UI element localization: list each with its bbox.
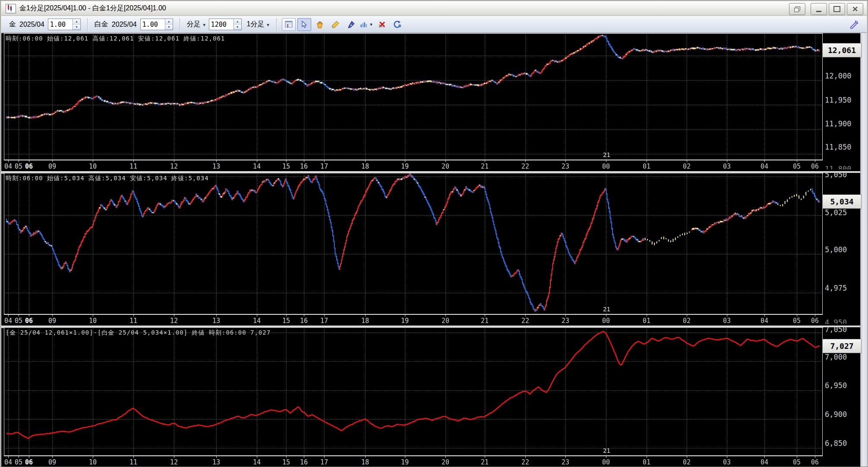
- hand-tool-button[interactable]: [313, 18, 327, 31]
- fountain-pen-icon: [347, 20, 355, 29]
- cursor-tool-button[interactable]: [297, 18, 311, 31]
- platinum-multiplier-spinner[interactable]: ▲▼: [140, 19, 173, 30]
- axis-tick: [52, 160, 53, 162]
- chart-area: 時刻:06:00 始値:12,061 高値:12,061 安値:12,061 終…: [1, 33, 862, 467]
- hand-icon: [316, 20, 324, 29]
- axis-hour-label: 16: [300, 458, 308, 466]
- spin-up-icon[interactable]: ▲: [234, 19, 241, 25]
- svg-text:R: R: [398, 24, 401, 28]
- axis-hour-label: 00: [602, 317, 610, 325]
- minimize-button[interactable]: [811, 3, 827, 15]
- axis-hour-label: 06: [811, 317, 819, 325]
- axis-tick: [405, 456, 405, 458]
- axis-hour-label: 17: [320, 163, 328, 170]
- axis-hour-label: 10: [89, 163, 97, 170]
- bar-count-spinner-arrows[interactable]: ▲▼: [234, 19, 241, 30]
- spin-up-icon[interactable]: ▲: [73, 19, 80, 25]
- axis-tick: [29, 160, 29, 162]
- panel-info-text-1: 時刻:06:00 始値:5,034 高値:5,034 安値:5,034 終値:5…: [6, 175, 209, 182]
- date-change-label: 21: [603, 151, 610, 158]
- axis-hour-label: 06: [25, 317, 33, 325]
- axis-hour-label: 14: [253, 317, 261, 325]
- axis-hour-label: 15: [282, 458, 290, 466]
- axis-tick: [797, 315, 797, 317]
- axis-hour-label: 16: [300, 163, 308, 170]
- axis-tick: [8, 160, 9, 162]
- settings-button[interactable]: [848, 19, 861, 31]
- interval-dropdown[interactable]: 1分足▼: [247, 20, 270, 29]
- axis-tick: [764, 456, 765, 458]
- axis-hour-label: 00: [602, 163, 610, 170]
- axis-hour-label: 23: [562, 317, 569, 325]
- reload-button[interactable]: R: [391, 18, 404, 31]
- axis-hour-label: 04: [4, 458, 12, 466]
- axis-tick: [93, 456, 93, 458]
- axis-hour-label: 01: [643, 317, 650, 325]
- remove-indicator-button[interactable]: [375, 18, 389, 31]
- axis-hour-label: 03: [723, 458, 731, 466]
- axis-tick: [324, 315, 325, 317]
- plot-panel-2[interactable]: [4, 327, 823, 456]
- gold-multiplier-spinner[interactable]: ▲▼: [48, 19, 81, 30]
- app-icon: [6, 4, 16, 13]
- chart-type-button[interactable]: ▼: [360, 18, 373, 31]
- axis-tick: [286, 456, 287, 458]
- axis-tick: [485, 315, 485, 317]
- axis-hour-label: 22: [521, 458, 529, 466]
- axis-tick: [727, 315, 727, 317]
- plot-panel-1[interactable]: [4, 173, 823, 314]
- close-button[interactable]: ✕: [847, 3, 863, 15]
- axis-hour-label: 17: [320, 458, 328, 466]
- price-board-button[interactable]: [282, 18, 296, 31]
- axis-hour-label: 20: [442, 163, 449, 170]
- float-window-button[interactable]: [789, 3, 805, 15]
- bar-count-input[interactable]: [209, 19, 234, 30]
- axis-hour-label: 14: [253, 163, 261, 170]
- axis-hour-label: 01: [643, 458, 650, 466]
- price-scale-label: 6,900: [825, 410, 847, 419]
- bar-chart-icon: [360, 20, 367, 29]
- plot-panel-0[interactable]: [4, 33, 823, 160]
- axis-tick: [304, 315, 304, 317]
- current-price-badge: 5,034: [822, 194, 862, 209]
- axis-hour-label: 05: [15, 458, 22, 466]
- platinum-symbol-label: 白金: [95, 20, 108, 29]
- axis-hour-label: 22: [521, 163, 529, 170]
- platinum-spinner-arrows[interactable]: ▲▼: [165, 19, 173, 30]
- axis-hour-label: 12: [170, 317, 178, 325]
- spin-up-icon[interactable]: ▲: [165, 19, 173, 25]
- axis-tick: [485, 456, 485, 458]
- axis-tick: [815, 456, 815, 458]
- current-price-badge: 7,027: [822, 339, 862, 353]
- price-scale-label: 11,800: [825, 165, 851, 169]
- maximize-button[interactable]: [829, 3, 845, 15]
- axis-hour-label: 05: [793, 458, 801, 466]
- axis-tick: [174, 160, 174, 162]
- axis-hour-label: 06: [25, 458, 33, 466]
- layered-window-icon: [794, 6, 800, 12]
- current-price-badge: 12,061: [822, 43, 862, 57]
- axis-hour-label: 23: [562, 458, 569, 466]
- pencil-tool-button[interactable]: [328, 18, 342, 31]
- toolbar-separator: [276, 18, 277, 31]
- pencil-icon: [331, 20, 340, 29]
- axis-tick: [525, 456, 526, 458]
- gold-spinner-arrows[interactable]: ▲▼: [73, 19, 80, 30]
- gold-multiplier-input[interactable]: [48, 19, 73, 30]
- spin-down-icon[interactable]: ▼: [234, 25, 241, 30]
- axis-hour-label: 18: [361, 317, 369, 325]
- axis-hour-label: 19: [401, 317, 409, 325]
- platinum-multiplier-input[interactable]: [141, 19, 165, 30]
- spin-down-icon[interactable]: ▼: [73, 25, 80, 30]
- title-bar[interactable]: 金1分足[2025/04]1.00 - 白金1分足[2025/04]1.00 ✕: [1, 1, 867, 16]
- axis-tick: [216, 160, 217, 162]
- panel-info-text-0: 時刻:06:00 始値:12,061 高値:12,061 安値:12,061 終…: [6, 35, 225, 43]
- axis-hour-label: 04: [761, 458, 768, 466]
- pen-tool-button[interactable]: [344, 18, 358, 31]
- price-scale-label: 5,050: [825, 173, 847, 179]
- spin-down-icon[interactable]: ▼: [165, 25, 173, 30]
- bar-type-dropdown[interactable]: 分足▼: [187, 20, 206, 29]
- price-scale-label: 12,000: [825, 72, 851, 80]
- bar-count-spinner[interactable]: ▲▼: [209, 19, 242, 30]
- axis-hour-label: 15: [282, 317, 290, 325]
